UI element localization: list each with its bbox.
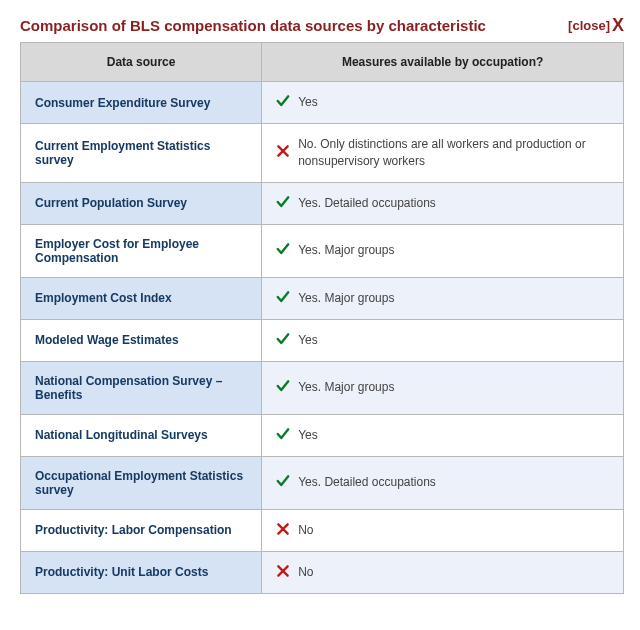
- measure-text: No: [298, 522, 313, 539]
- data-source-cell: National Compensation Survey – Benefits: [21, 361, 262, 414]
- data-source-cell: Employer Cost for Employee Compensation: [21, 224, 262, 277]
- cross-icon: [276, 564, 290, 581]
- table-row: Employment Cost IndexYes. Major groups: [21, 277, 624, 319]
- check-icon: [276, 379, 290, 396]
- data-source-cell: National Longitudinal Surveys: [21, 414, 262, 456]
- data-source-cell: Modeled Wage Estimates: [21, 319, 262, 361]
- check-icon: [276, 474, 290, 491]
- measure-text: Yes. Major groups: [298, 290, 394, 307]
- measure-cell: Yes. Major groups: [262, 361, 624, 414]
- close-icon: X: [612, 16, 624, 34]
- data-source-cell: Productivity: Labor Compensation: [21, 509, 262, 551]
- data-source-cell: Current Population Survey: [21, 182, 262, 224]
- table-row: Current Population SurveyYes. Detailed o…: [21, 182, 624, 224]
- data-source-cell: Current Employment Statistics survey: [21, 124, 262, 183]
- measure-text: No. Only distinctions are all workers an…: [298, 136, 609, 170]
- check-icon: [276, 332, 290, 349]
- measure-cell: No: [262, 509, 624, 551]
- measure-cell: Yes. Detailed occupations: [262, 182, 624, 224]
- measure-cell: Yes. Major groups: [262, 277, 624, 319]
- measure-cell: Yes: [262, 414, 624, 456]
- data-source-cell: Productivity: Unit Labor Costs: [21, 551, 262, 593]
- table-row: National Compensation Survey – BenefitsY…: [21, 361, 624, 414]
- check-icon: [276, 290, 290, 307]
- table-row: Employer Cost for Employee CompensationY…: [21, 224, 624, 277]
- scroll-viewport[interactable]: { "title": "Comparison of BLS compensati…: [0, 0, 640, 630]
- measure-cell: No. Only distinctions are all workers an…: [262, 124, 624, 183]
- table-row: Productivity: Unit Labor CostsNo: [21, 551, 624, 593]
- table-row: Current Employment Statistics surveyNo. …: [21, 124, 624, 183]
- comparison-table: Data source Measures available by occupa…: [20, 42, 624, 594]
- measure-cell: Yes: [262, 82, 624, 124]
- measure-text: Yes: [298, 94, 318, 111]
- col-header-source: Data source: [21, 43, 262, 82]
- measure-text: Yes. Detailed occupations: [298, 474, 436, 491]
- measure-cell: Yes. Detailed occupations: [262, 456, 624, 509]
- table-row: Modeled Wage EstimatesYes: [21, 319, 624, 361]
- table-row: Occupational Employment Statistics surve…: [21, 456, 624, 509]
- page-title: Comparison of BLS compensation data sour…: [20, 17, 486, 34]
- cross-icon: [276, 144, 290, 161]
- measure-text: Yes. Major groups: [298, 379, 394, 396]
- measure-text: Yes. Detailed occupations: [298, 195, 436, 212]
- measure-text: Yes: [298, 427, 318, 444]
- cross-icon: [276, 522, 290, 539]
- data-source-cell: Employment Cost Index: [21, 277, 262, 319]
- table-row: Productivity: Labor CompensationNo: [21, 509, 624, 551]
- table-row: National Longitudinal SurveysYes: [21, 414, 624, 456]
- data-source-cell: Occupational Employment Statistics surve…: [21, 456, 262, 509]
- close-label: [close]: [568, 18, 610, 33]
- measure-text: Yes. Major groups: [298, 242, 394, 259]
- measure-cell: Yes. Major groups: [262, 224, 624, 277]
- close-button[interactable]: [close] X: [568, 16, 624, 34]
- check-icon: [276, 195, 290, 212]
- measure-cell: No: [262, 551, 624, 593]
- check-icon: [276, 427, 290, 444]
- measure-text: No: [298, 564, 313, 581]
- col-header-measure: Measures available by occupation?: [262, 43, 624, 82]
- measure-cell: Yes: [262, 319, 624, 361]
- measure-text: Yes: [298, 332, 318, 349]
- check-icon: [276, 94, 290, 111]
- table-row: Consumer Expenditure SurveyYes: [21, 82, 624, 124]
- data-source-cell: Consumer Expenditure Survey: [21, 82, 262, 124]
- check-icon: [276, 242, 290, 259]
